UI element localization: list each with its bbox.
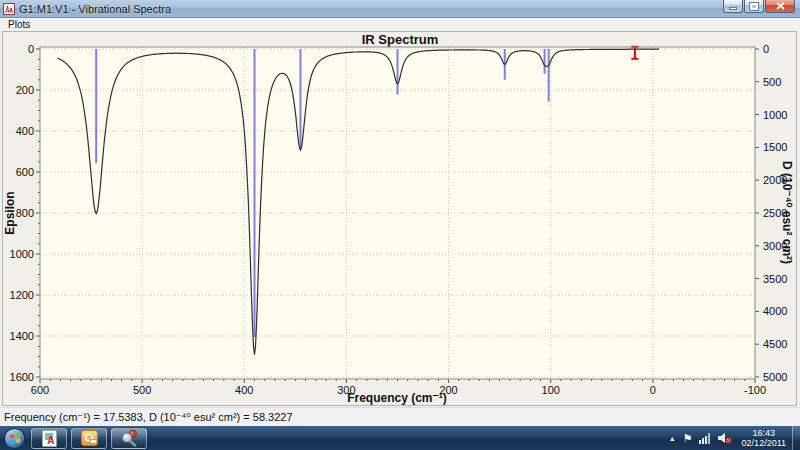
taskbar-clock[interactable]: 16:43 02/12/2011 [742, 428, 786, 448]
tick-label: 600 [20, 384, 60, 396]
maximize-button[interactable] [744, 0, 764, 13]
menu-plots[interactable]: Plots [4, 19, 34, 30]
gaussview-icon [120, 429, 138, 447]
tick-label: -100 [735, 384, 775, 396]
close-button[interactable] [765, 0, 795, 13]
spectrum-plot[interactable] [30, 42, 765, 390]
status-bar: Frequency (cm⁻¹) = 17.5383, D (10⁻⁴⁰ esu… [0, 407, 800, 426]
taskbar: A O ▲ ⚑ [0, 426, 800, 450]
x-axis-label: Frequency (cm⁻¹) [247, 391, 547, 405]
volume-muted-icon[interactable] [718, 432, 732, 444]
show-desktop-button[interactable] [792, 426, 800, 450]
network-signal-icon[interactable] [699, 432, 712, 444]
y-axis-label-right: D (10⁻⁴⁰ esu² cm²) [777, 47, 797, 379]
cursor-readout: Frequency (cm⁻¹) = 17.5383, D (10⁻⁴⁰ esu… [4, 411, 293, 424]
tick-label: 500 [122, 384, 162, 396]
clock-time: 16:43 [742, 428, 786, 438]
window-title: G1:M1:V1 - Vibrational Spectra [19, 3, 171, 15]
y-axis-label-left: Epsilon [2, 47, 18, 379]
tick-label: 0 [633, 384, 673, 396]
taskbar-app-image-document[interactable]: A [31, 428, 67, 449]
taskbar-app-gaussview[interactable] [111, 428, 147, 449]
start-button[interactable] [4, 428, 25, 449]
clock-date: 02/12/2011 [742, 438, 786, 448]
menu-bar: Plots [0, 19, 800, 31]
taskbar-app-outlook[interactable]: O [71, 428, 107, 449]
image-document-icon: A [42, 430, 57, 447]
taskbar-apps: A O [31, 428, 147, 449]
action-center-flag-icon[interactable]: ⚑ [683, 433, 693, 444]
minimize-button[interactable] [723, 0, 743, 13]
minimize-icon [729, 7, 737, 10]
close-icon [776, 2, 785, 10]
system-tray: ▲ ⚑ 16:43 02/12/2011 [669, 426, 800, 450]
app-root: G1:M1:V1 - Vibrational Spectra Plots IR … [0, 0, 800, 450]
hidden-icons-chevron-icon[interactable]: ▲ [669, 435, 676, 442]
maximize-icon [750, 3, 758, 10]
outlook-icon: O [81, 430, 98, 446]
spectrum-document-icon [3, 3, 15, 15]
windows-logo-icon [10, 433, 21, 443]
title-bar: G1:M1:V1 - Vibrational Spectra [0, 0, 800, 18]
window-controls [722, 0, 795, 13]
